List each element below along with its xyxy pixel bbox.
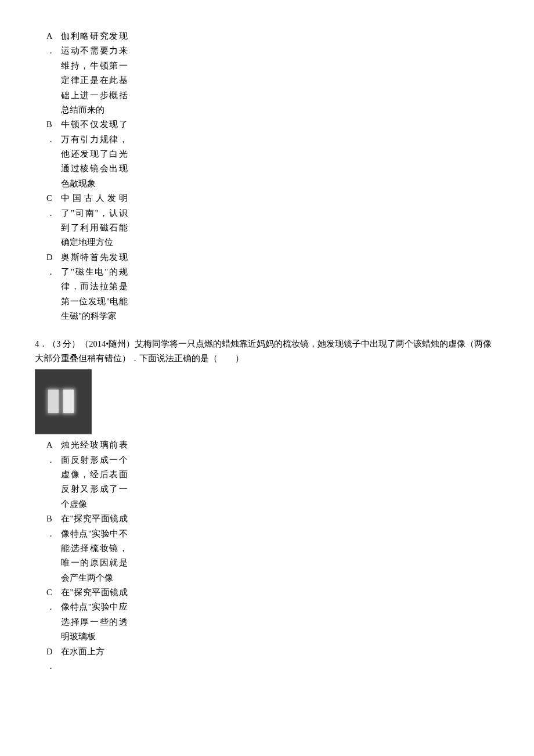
option-letter: C	[46, 585, 52, 600]
q4-stem: 4．（3 分）（2014•随州）艾梅同学将一只点燃的蜡烛靠近妈妈的梳妆镜，她发现…	[35, 337, 499, 366]
option-text: 牛顿不仅发现了万有引力规律，他还发现了白光通过棱镜会出现色散现象	[61, 117, 128, 191]
option-letter: B	[46, 512, 52, 526]
option-letter-col: B ．	[46, 117, 61, 147]
option-text: 在"探究平面镜成像特点"实验中应选择厚一些的透明玻璃板	[61, 585, 128, 645]
option-period: ．	[46, 206, 55, 221]
option-letter: A	[46, 29, 52, 44]
option-period: ．	[46, 132, 55, 147]
option-letter-col: B ．	[46, 512, 61, 541]
option-period: ．	[46, 600, 55, 614]
option-text: 奥斯特首先发现了"磁生电"的规律，而法拉第是第一位发现"电能生磁"的科学家	[61, 250, 128, 324]
option-letter: A	[46, 438, 52, 452]
option-period: ．	[46, 44, 55, 58]
option-letter-col: C ．	[46, 191, 61, 221]
q3-option-c: C ． 中国古人发明了"司南"，认识到了利用磁石能确定地理方位	[46, 191, 499, 250]
option-text: 在水面上方	[61, 645, 104, 659]
q4-option-b: B ． 在"探究平面镜成像特点"实验中不能选择梳妆镜，唯一的原因就是会产生两个像	[46, 512, 499, 585]
q4-option-d: D ． 在水面上方	[46, 645, 499, 674]
option-letter-col: D ．	[46, 250, 61, 280]
option-letter-col: C ．	[46, 585, 61, 615]
q4-figure-candle-mirror	[35, 369, 92, 434]
option-letter-col: A ．	[46, 438, 61, 467]
q4-option-c: C ． 在"探究平面镜成像特点"实验中应选择厚一些的透明玻璃板	[46, 585, 499, 645]
q4-option-a: A ． 烛光经玻璃前表面反射形成一个虚像，经后表面反射又形成了一个虚像	[46, 438, 499, 512]
q3-option-b: B ． 牛顿不仅发现了万有引力规律，他还发现了白光通过棱镜会出现色散现象	[46, 117, 499, 191]
q3-option-d: D ． 奥斯特首先发现了"磁生电"的规律，而法拉第是第一位发现"电能生磁"的科学…	[46, 250, 499, 324]
option-period: ．	[46, 527, 55, 541]
option-period: ．	[46, 659, 55, 674]
q3-option-a: A ． 伽利略研究发现运动不需要力来维持，牛顿第一定律正是在此基础上进一步概括总…	[46, 29, 499, 117]
option-period: ．	[46, 265, 55, 279]
option-letter-col: D ．	[46, 645, 61, 674]
option-letter-col: A ．	[46, 29, 61, 59]
document-page: A ． 伽利略研究发现运动不需要力来维持，牛顿第一定律正是在此基础上进一步概括总…	[0, 0, 534, 756]
option-letter: D	[46, 645, 52, 659]
option-text: 伽利略研究发现运动不需要力来维持，牛顿第一定律正是在此基础上进一步概括总结而来的	[61, 29, 128, 117]
option-text: 中国古人发明了"司南"，认识到了利用磁石能确定地理方位	[61, 191, 128, 250]
option-text: 烛光经玻璃前表面反射形成一个虚像，经后表面反射又形成了一个虚像	[61, 438, 128, 512]
option-letter: B	[46, 117, 52, 132]
option-text: 在"探究平面镜成像特点"实验中不能选择梳妆镜，唯一的原因就是会产生两个像	[61, 512, 128, 585]
option-letter: D	[46, 250, 52, 265]
option-letter: C	[46, 191, 52, 206]
option-period: ．	[46, 453, 55, 467]
